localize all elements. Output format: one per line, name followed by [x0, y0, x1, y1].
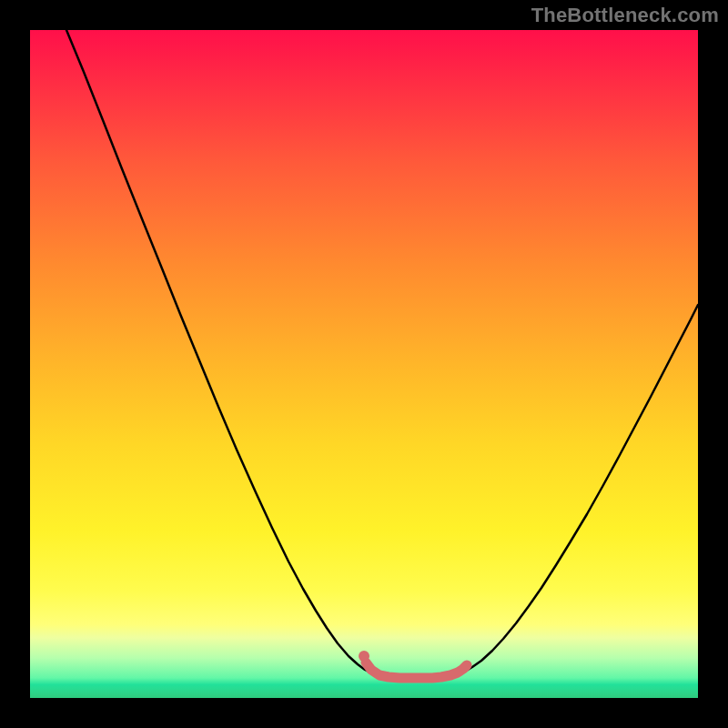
- flat-minimum-line: [366, 662, 467, 678]
- curve-overlay: [30, 30, 698, 698]
- min-marker-dot: [359, 651, 369, 662]
- watermark-text: TheBottleneck.com: [531, 4, 719, 27]
- main-curve-line: [66, 30, 698, 677]
- chart-stage: TheBottleneck.com: [0, 0, 728, 728]
